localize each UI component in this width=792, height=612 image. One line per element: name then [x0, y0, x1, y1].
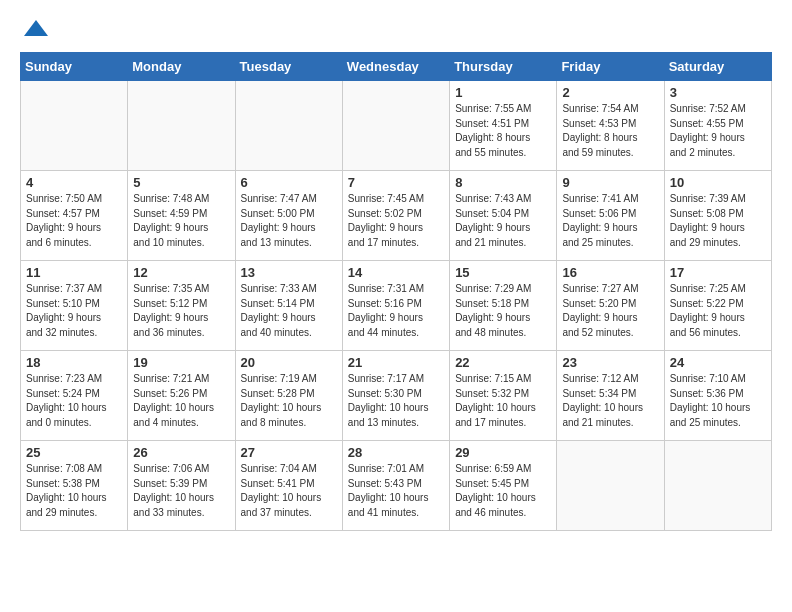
day-detail: Sunrise: 7:23 AM Sunset: 5:24 PM Dayligh… [26, 372, 122, 430]
calendar-cell: 26Sunrise: 7:06 AM Sunset: 5:39 PM Dayli… [128, 441, 235, 531]
day-detail: Sunrise: 7:01 AM Sunset: 5:43 PM Dayligh… [348, 462, 444, 520]
calendar-cell [664, 441, 771, 531]
calendar-cell: 3Sunrise: 7:52 AM Sunset: 4:55 PM Daylig… [664, 81, 771, 171]
logo-icon [22, 16, 50, 44]
day-number: 4 [26, 175, 122, 190]
day-number: 22 [455, 355, 551, 370]
day-detail: Sunrise: 7:19 AM Sunset: 5:28 PM Dayligh… [241, 372, 337, 430]
day-number: 11 [26, 265, 122, 280]
day-detail: Sunrise: 7:50 AM Sunset: 4:57 PM Dayligh… [26, 192, 122, 250]
calendar-cell: 19Sunrise: 7:21 AM Sunset: 5:26 PM Dayli… [128, 351, 235, 441]
col-header-monday: Monday [128, 53, 235, 81]
calendar-cell: 2Sunrise: 7:54 AM Sunset: 4:53 PM Daylig… [557, 81, 664, 171]
day-detail: Sunrise: 7:29 AM Sunset: 5:18 PM Dayligh… [455, 282, 551, 340]
calendar-cell: 13Sunrise: 7:33 AM Sunset: 5:14 PM Dayli… [235, 261, 342, 351]
calendar-cell: 8Sunrise: 7:43 AM Sunset: 5:04 PM Daylig… [450, 171, 557, 261]
day-number: 3 [670, 85, 766, 100]
calendar-cell: 22Sunrise: 7:15 AM Sunset: 5:32 PM Dayli… [450, 351, 557, 441]
day-number: 9 [562, 175, 658, 190]
day-number: 19 [133, 355, 229, 370]
col-header-friday: Friday [557, 53, 664, 81]
day-number: 7 [348, 175, 444, 190]
calendar-cell [342, 81, 449, 171]
day-detail: Sunrise: 7:31 AM Sunset: 5:16 PM Dayligh… [348, 282, 444, 340]
day-detail: Sunrise: 7:06 AM Sunset: 5:39 PM Dayligh… [133, 462, 229, 520]
week-row-4: 18Sunrise: 7:23 AM Sunset: 5:24 PM Dayli… [21, 351, 772, 441]
day-detail: Sunrise: 7:10 AM Sunset: 5:36 PM Dayligh… [670, 372, 766, 430]
day-detail: Sunrise: 7:25 AM Sunset: 5:22 PM Dayligh… [670, 282, 766, 340]
day-detail: Sunrise: 7:04 AM Sunset: 5:41 PM Dayligh… [241, 462, 337, 520]
day-detail: Sunrise: 7:45 AM Sunset: 5:02 PM Dayligh… [348, 192, 444, 250]
calendar-cell: 18Sunrise: 7:23 AM Sunset: 5:24 PM Dayli… [21, 351, 128, 441]
calendar-cell: 24Sunrise: 7:10 AM Sunset: 5:36 PM Dayli… [664, 351, 771, 441]
day-detail: Sunrise: 7:47 AM Sunset: 5:00 PM Dayligh… [241, 192, 337, 250]
header-row: SundayMondayTuesdayWednesdayThursdayFrid… [21, 53, 772, 81]
week-row-1: 1Sunrise: 7:55 AM Sunset: 4:51 PM Daylig… [21, 81, 772, 171]
calendar-cell: 14Sunrise: 7:31 AM Sunset: 5:16 PM Dayli… [342, 261, 449, 351]
day-detail: Sunrise: 7:43 AM Sunset: 5:04 PM Dayligh… [455, 192, 551, 250]
day-number: 21 [348, 355, 444, 370]
day-number: 1 [455, 85, 551, 100]
calendar-cell: 15Sunrise: 7:29 AM Sunset: 5:18 PM Dayli… [450, 261, 557, 351]
day-detail: Sunrise: 7:48 AM Sunset: 4:59 PM Dayligh… [133, 192, 229, 250]
day-number: 8 [455, 175, 551, 190]
day-number: 28 [348, 445, 444, 460]
week-row-2: 4Sunrise: 7:50 AM Sunset: 4:57 PM Daylig… [21, 171, 772, 261]
col-header-thursday: Thursday [450, 53, 557, 81]
col-header-saturday: Saturday [664, 53, 771, 81]
day-detail: Sunrise: 7:08 AM Sunset: 5:38 PM Dayligh… [26, 462, 122, 520]
day-number: 23 [562, 355, 658, 370]
day-number: 10 [670, 175, 766, 190]
calendar-cell: 16Sunrise: 7:27 AM Sunset: 5:20 PM Dayli… [557, 261, 664, 351]
calendar-cell: 9Sunrise: 7:41 AM Sunset: 5:06 PM Daylig… [557, 171, 664, 261]
header [20, 16, 772, 44]
week-row-5: 25Sunrise: 7:08 AM Sunset: 5:38 PM Dayli… [21, 441, 772, 531]
calendar-table: SundayMondayTuesdayWednesdayThursdayFrid… [20, 52, 772, 531]
col-header-sunday: Sunday [21, 53, 128, 81]
day-number: 24 [670, 355, 766, 370]
day-detail: Sunrise: 7:52 AM Sunset: 4:55 PM Dayligh… [670, 102, 766, 160]
day-number: 29 [455, 445, 551, 460]
day-number: 6 [241, 175, 337, 190]
calendar-cell: 28Sunrise: 7:01 AM Sunset: 5:43 PM Dayli… [342, 441, 449, 531]
day-detail: Sunrise: 7:54 AM Sunset: 4:53 PM Dayligh… [562, 102, 658, 160]
day-detail: Sunrise: 7:17 AM Sunset: 5:30 PM Dayligh… [348, 372, 444, 430]
day-detail: Sunrise: 7:33 AM Sunset: 5:14 PM Dayligh… [241, 282, 337, 340]
day-number: 12 [133, 265, 229, 280]
day-number: 2 [562, 85, 658, 100]
day-number: 16 [562, 265, 658, 280]
day-detail: Sunrise: 7:27 AM Sunset: 5:20 PM Dayligh… [562, 282, 658, 340]
week-row-3: 11Sunrise: 7:37 AM Sunset: 5:10 PM Dayli… [21, 261, 772, 351]
day-detail: Sunrise: 7:41 AM Sunset: 5:06 PM Dayligh… [562, 192, 658, 250]
day-number: 25 [26, 445, 122, 460]
calendar-cell: 27Sunrise: 7:04 AM Sunset: 5:41 PM Dayli… [235, 441, 342, 531]
calendar-cell [557, 441, 664, 531]
day-detail: Sunrise: 6:59 AM Sunset: 5:45 PM Dayligh… [455, 462, 551, 520]
calendar-cell: 20Sunrise: 7:19 AM Sunset: 5:28 PM Dayli… [235, 351, 342, 441]
day-detail: Sunrise: 7:12 AM Sunset: 5:34 PM Dayligh… [562, 372, 658, 430]
calendar-cell: 12Sunrise: 7:35 AM Sunset: 5:12 PM Dayli… [128, 261, 235, 351]
calendar-cell: 7Sunrise: 7:45 AM Sunset: 5:02 PM Daylig… [342, 171, 449, 261]
day-number: 15 [455, 265, 551, 280]
calendar-cell: 4Sunrise: 7:50 AM Sunset: 4:57 PM Daylig… [21, 171, 128, 261]
day-detail: Sunrise: 7:55 AM Sunset: 4:51 PM Dayligh… [455, 102, 551, 160]
day-number: 17 [670, 265, 766, 280]
day-number: 20 [241, 355, 337, 370]
day-detail: Sunrise: 7:37 AM Sunset: 5:10 PM Dayligh… [26, 282, 122, 340]
svg-marker-0 [24, 20, 48, 36]
day-detail: Sunrise: 7:39 AM Sunset: 5:08 PM Dayligh… [670, 192, 766, 250]
day-detail: Sunrise: 7:21 AM Sunset: 5:26 PM Dayligh… [133, 372, 229, 430]
day-number: 18 [26, 355, 122, 370]
day-number: 27 [241, 445, 337, 460]
calendar-cell: 29Sunrise: 6:59 AM Sunset: 5:45 PM Dayli… [450, 441, 557, 531]
day-detail: Sunrise: 7:15 AM Sunset: 5:32 PM Dayligh… [455, 372, 551, 430]
calendar-cell: 25Sunrise: 7:08 AM Sunset: 5:38 PM Dayli… [21, 441, 128, 531]
calendar-cell [235, 81, 342, 171]
calendar-cell [21, 81, 128, 171]
col-header-tuesday: Tuesday [235, 53, 342, 81]
calendar-cell: 11Sunrise: 7:37 AM Sunset: 5:10 PM Dayli… [21, 261, 128, 351]
calendar-cell: 10Sunrise: 7:39 AM Sunset: 5:08 PM Dayli… [664, 171, 771, 261]
calendar-cell: 21Sunrise: 7:17 AM Sunset: 5:30 PM Dayli… [342, 351, 449, 441]
day-number: 14 [348, 265, 444, 280]
day-number: 13 [241, 265, 337, 280]
